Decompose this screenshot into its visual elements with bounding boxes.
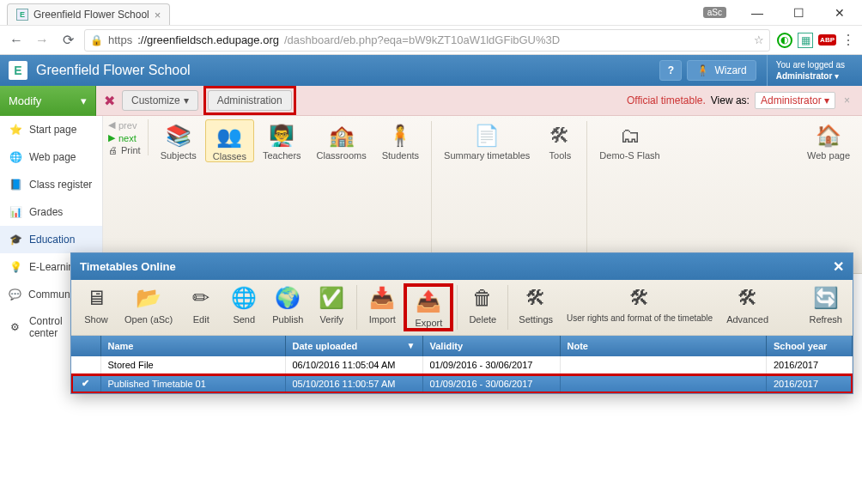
sidebar-item-education[interactable]: 🎓Education: [0, 226, 102, 253]
view-as-value: Administrator: [761, 94, 822, 106]
ribbon-label: Tools: [549, 150, 572, 161]
ribbon-teachers-button[interactable]: 👨‍🏫Teachers: [256, 119, 308, 162]
sidebar-icon: ⚙: [9, 320, 22, 334]
col-year[interactable]: School year: [767, 336, 853, 356]
url-scheme: https: [108, 33, 132, 46]
ext-circle-icon[interactable]: ◐: [777, 33, 792, 48]
row-date: 05/10/2016 11:00:57 AM: [285, 374, 422, 393]
ribbon-summary-timetables-button[interactable]: 📄Summary timetables: [437, 119, 537, 161]
browser-menu-icon[interactable]: ⋮: [841, 32, 855, 48]
toolbar-delete-button[interactable]: 🗑Delete: [461, 283, 504, 325]
next-button[interactable]: ▶ next: [108, 132, 141, 143]
ribbon-students-button[interactable]: 🧍Students: [375, 119, 426, 162]
toolbar-advanced-button[interactable]: 🛠Advanced: [719, 283, 775, 325]
wizard-button[interactable]: 🧍 Wizard: [687, 60, 756, 81]
dialog-table-wrap[interactable]: Name Date uploaded▼ Validity Note School…: [71, 336, 853, 393]
dialog-close-icon[interactable]: ✕: [833, 258, 844, 275]
toolbar-publish-button[interactable]: 🌍Publish: [265, 283, 310, 325]
ext-abp-icon[interactable]: ABP: [818, 34, 836, 46]
page-title: Greenfield Flower School: [36, 63, 191, 78]
sidebar-item-class-register[interactable]: 📘Class register: [0, 171, 102, 198]
col-date[interactable]: Date uploaded▼: [285, 336, 422, 356]
close-viewas-icon[interactable]: ×: [841, 94, 853, 106]
view-as-label: View as:: [711, 94, 750, 106]
help-button[interactable]: ?: [659, 60, 682, 81]
ribbon-icon: 🧍: [385, 121, 415, 150]
toolbar-label: Edit: [193, 314, 209, 325]
print-button[interactable]: 🖨 Print: [108, 145, 141, 155]
sidebar-item-grades[interactable]: 📊Grades: [0, 198, 102, 226]
toolbar-icon: 📂: [134, 283, 163, 313]
official-timetable-label: Official timetable.: [627, 94, 706, 106]
toolbar-icon: 🛠: [521, 283, 550, 313]
customize-label: Customize: [131, 94, 180, 106]
toolbar-open-button[interactable]: 📂Open (aSc): [118, 283, 179, 325]
sidebar-item-start-page[interactable]: ⭐Start page: [0, 116, 102, 143]
nav-back-icon[interactable]: ←: [7, 31, 26, 50]
ribbon-classrooms-button[interactable]: 🏫Classrooms: [310, 119, 373, 162]
dialog-table: Name Date uploaded▼ Validity Note School…: [71, 336, 853, 393]
ribbon-label: Demo-S Flash: [599, 150, 659, 161]
col-note[interactable]: Note: [560, 336, 767, 356]
bookmark-star-icon[interactable]: ☆: [754, 33, 764, 46]
row-date: 06/10/2016 11:05:04 AM: [285, 356, 422, 374]
toolbar-export-button[interactable]: 📤Export: [407, 287, 450, 328]
browser-tab[interactable]: E Greenfield Flower School ×: [7, 3, 170, 25]
sidebar-item-web-page[interactable]: 🌐Web page: [0, 143, 102, 171]
ribbon-subjects-button[interactable]: 📚Subjects: [154, 119, 203, 162]
toolbar-show-button[interactable]: 🖥Show: [75, 283, 118, 325]
login-info[interactable]: You are logged as Administrator ▾: [767, 55, 853, 86]
toolbar-edit-button[interactable]: ✏Edit: [179, 283, 222, 325]
toolbar-import-button[interactable]: 📥Import: [361, 283, 404, 325]
sidebar-label: Start page: [29, 124, 76, 136]
login-user: Administrator ▾: [776, 70, 845, 82]
web-page-button[interactable]: 🏠 Web page: [800, 119, 857, 161]
modify-label: Modify: [9, 94, 41, 107]
row-name: Published Timetable 01: [100, 374, 285, 393]
nav-forward-icon[interactable]: →: [33, 31, 52, 50]
prev-button[interactable]: ◀ prev: [108, 119, 141, 131]
ribbon-label: Summary timetables: [444, 150, 530, 161]
app-logo-icon[interactable]: E: [9, 61, 27, 80]
col-validity[interactable]: Validity: [422, 336, 560, 356]
toolbar-user-button[interactable]: 🛠User rights and format of the timetable: [560, 283, 719, 324]
ribbon-demo-s-flash-button[interactable]: 🗂Demo-S Flash: [592, 119, 666, 161]
toolbar-send-button[interactable]: 🌐Send: [222, 283, 265, 325]
ribbon-tools-button[interactable]: 🛠Tools: [538, 119, 581, 161]
url-host: ://greenfieldsch.edupage.org: [137, 33, 279, 46]
url-input[interactable]: 🔒 https ://greenfieldsch.edupage.org /da…: [84, 29, 770, 52]
ribbon-classes-button[interactable]: 👥Classes: [205, 119, 254, 162]
ribbon-icon: 📚: [164, 121, 193, 150]
modify-button[interactable]: Modify ▾: [0, 86, 96, 116]
sort-desc-icon: ▼: [407, 341, 416, 350]
tab-close-icon[interactable]: ×: [155, 9, 161, 21]
refresh-icon: 🔄: [811, 283, 841, 313]
dialog-titlebar[interactable]: Timetables Online ✕: [71, 253, 853, 280]
col-name[interactable]: Name: [100, 336, 285, 356]
window-titlebar: E Greenfield Flower School × aSc — ☐ ✕: [0, 0, 862, 26]
nav-reload-icon[interactable]: ⟳: [58, 31, 77, 50]
window-close-icon[interactable]: ✕: [821, 1, 859, 25]
window-maximize-icon[interactable]: ☐: [780, 1, 817, 25]
close-toolbar-icon[interactable]: ✖: [96, 93, 122, 109]
app-header: E Greenfield Flower School ? 🧍 Wizard Yo…: [0, 55, 862, 86]
sidebar-icon: 🌐: [9, 150, 22, 164]
window-minimize-icon[interactable]: —: [738, 1, 776, 25]
toolbar-label: Export: [415, 318, 442, 328]
toolbar-verify-button[interactable]: ✅Verify: [310, 283, 353, 325]
customize-button[interactable]: Customize▾: [122, 90, 198, 111]
refresh-button[interactable]: 🔄 Refresh: [802, 283, 849, 325]
toolbar-settings-button[interactable]: 🛠Settings: [512, 283, 560, 325]
row-note: [560, 356, 767, 374]
toolbar-icon: 🛠: [733, 283, 762, 313]
col-check[interactable]: [71, 336, 100, 356]
ribbon-label: Classrooms: [317, 150, 367, 161]
asc-badge: aSc: [703, 7, 726, 18]
sidebar-label: Grades: [29, 206, 63, 218]
view-as-dropdown[interactable]: Administrator ▾: [755, 92, 835, 109]
table-row[interactable]: Stored File06/10/2016 11:05:04 AM01/09/2…: [71, 356, 853, 374]
administration-button[interactable]: Administration: [208, 90, 292, 111]
ext-cal-icon[interactable]: ▦: [798, 33, 813, 48]
table-row[interactable]: ✔Published Timetable 0105/10/2016 11:00:…: [71, 374, 853, 393]
ribbon: ◀ prev ▶ next 🖨 Print 📚Subjects👥Classes👨…: [103, 116, 862, 274]
